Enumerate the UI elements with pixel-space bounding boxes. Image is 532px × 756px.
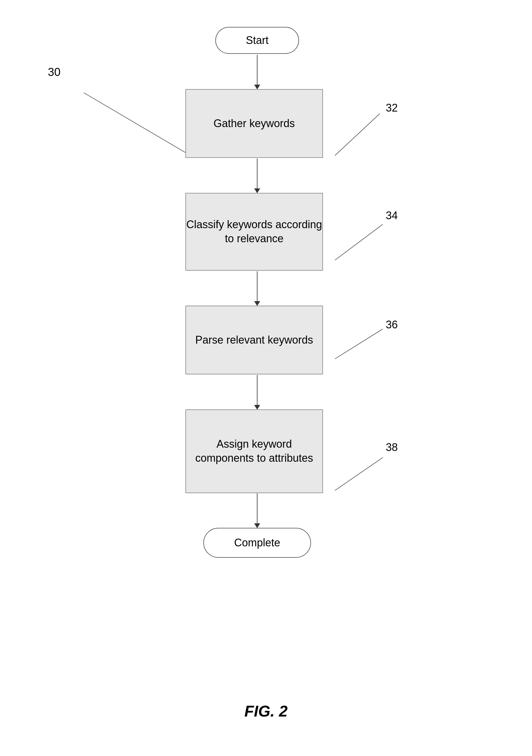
step2-classify-keywords: Classify keywords according to relevance [185,193,323,271]
svg-line-0 [84,93,185,152]
step4-assign-keywords: Assign keyword components to attributes [185,409,323,493]
svg-line-4 [335,458,383,490]
complete-label: Complete [234,536,280,549]
arrow-step3-to-step4 [257,375,257,409]
ref-32: 32 [386,102,398,114]
step3-label: Parse relevant keywords [195,333,313,347]
svg-line-2 [335,224,383,260]
svg-line-1 [335,114,380,155]
start-node: Start [215,27,299,54]
complete-node: Complete [203,528,311,558]
svg-line-3 [335,329,383,359]
step4-label: Assign keyword components to attributes [186,437,322,465]
diagram-number: 30 [48,66,60,79]
figure-label: FIG. 2 [244,702,287,720]
arrow-step2-to-step3 [257,271,257,306]
ref-36: 36 [386,318,398,331]
diagram-container: 30 Start Gather keywords 32 Classify key… [0,0,532,756]
arrow-step1-to-step2 [257,158,257,193]
arrow-step4-to-complete [257,494,257,528]
ref-38: 38 [386,441,398,454]
step3-parse-keywords: Parse relevant keywords [185,306,323,374]
arrow-start-to-step1 [257,55,257,89]
step2-label: Classify keywords according to relevance [186,218,322,246]
ref-34: 34 [386,209,398,222]
step1-label: Gather keywords [214,117,295,131]
step1-gather-keywords: Gather keywords [185,89,323,158]
start-label: Start [246,34,269,47]
